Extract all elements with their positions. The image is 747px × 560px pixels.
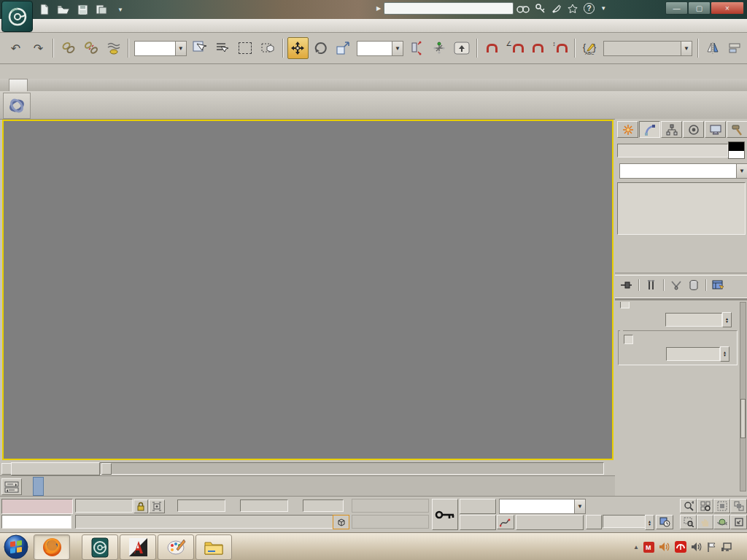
threshold-field[interactable] <box>665 313 722 327</box>
key-mode-toggle[interactable] <box>586 515 602 529</box>
taskbar-firefox-button[interactable] <box>34 534 70 560</box>
communication-center-icon[interactable] <box>551 4 562 13</box>
maximize-viewport-toggle[interactable] <box>730 515 747 529</box>
application-menu-button[interactable] <box>1 1 33 32</box>
mirror-button[interactable] <box>703 37 724 59</box>
subscription-key-icon[interactable] <box>535 4 546 13</box>
rectangular-selection-region-button[interactable] <box>235 37 256 59</box>
tray-action-center-icon[interactable] <box>707 542 716 553</box>
z-coordinate-field[interactable] <box>303 499 344 512</box>
edit-named-selection-sets-button[interactable]: {}ABC <box>579 37 600 59</box>
spinner-control[interactable]: ▲▼ <box>722 312 732 327</box>
layer-field[interactable] <box>617 144 728 158</box>
time-slider-button[interactable] <box>11 462 100 475</box>
select-object-button[interactable] <box>190 37 211 59</box>
start-button[interactable] <box>3 534 29 560</box>
viewport-canvas[interactable] <box>4 121 612 457</box>
open-file-icon[interactable] <box>56 3 71 16</box>
select-and-scale-button[interactable] <box>333 37 354 59</box>
tray-volume-mixer-icon[interactable] <box>659 542 670 552</box>
tray-avira-icon[interactable] <box>675 541 686 553</box>
new-file-icon[interactable] <box>37 3 52 16</box>
help-dropdown-icon[interactable]: ▼ <box>600 5 606 12</box>
configure-modifier-sets-button[interactable] <box>710 278 727 292</box>
key-filter-scope-dropdown[interactable]: ▼ <box>499 499 586 514</box>
save-file-icon[interactable] <box>75 3 90 16</box>
viewport-top[interactable] <box>2 120 614 460</box>
tray-network-icon[interactable] <box>721 542 733 553</box>
snaps-toggle[interactable] <box>481 37 503 59</box>
previous-frame-arrow[interactable] <box>1 463 12 475</box>
scrollbar-thumb[interactable] <box>740 399 746 438</box>
tray-speaker-icon[interactable] <box>691 542 703 552</box>
taskbar-paint-button[interactable] <box>158 534 194 560</box>
favorites-star-icon[interactable] <box>568 4 578 13</box>
show-end-result-button[interactable] <box>643 278 660 292</box>
bind-to-space-warp-icon[interactable] <box>103 37 124 59</box>
object-color-swatch[interactable] <box>728 141 745 159</box>
angle-snap-toggle[interactable]: ∠ <box>504 37 525 59</box>
selection-lock-toggle[interactable] <box>133 499 148 513</box>
welcome-window-fragment[interactable] <box>1 515 71 529</box>
dropdown-arrow-icon[interactable]: ▼ <box>736 164 747 178</box>
search-binoculars-icon[interactable] <box>516 4 530 13</box>
maximize-button[interactable]: ▢ <box>688 1 711 15</box>
polygon-modeling-panel-icon[interactable] <box>3 93 31 119</box>
tab-modify[interactable] <box>639 121 660 138</box>
zoom-all-button[interactable] <box>697 499 713 513</box>
connect-checkbox[interactable] <box>620 302 630 308</box>
percent-snap-toggle[interactable] <box>527 37 548 59</box>
select-by-name-button[interactable] <box>212 37 233 59</box>
current-frame-field[interactable] <box>603 515 648 528</box>
isolate-selection-toggle[interactable] <box>333 515 349 529</box>
zoom-extents-all-button[interactable] <box>730 499 747 513</box>
dropdown-arrow-icon[interactable]: ▼ <box>392 42 403 55</box>
tab-utilities[interactable] <box>727 121 747 138</box>
help-icon[interactable]: ? <box>584 3 595 14</box>
modifier-list-dropdown[interactable]: ▼ <box>619 163 747 179</box>
remove-modifier-button[interactable] <box>685 278 703 292</box>
absolute-offset-toggle[interactable] <box>149 499 165 513</box>
automatic-welding-checkbox[interactable] <box>624 335 633 344</box>
quick-access-dropdown-icon[interactable]: ▼ <box>113 3 128 16</box>
frame-spinner[interactable]: ▲▼ <box>645 515 654 530</box>
spinner-snap-toggle[interactable]: ↕ <box>549 37 570 59</box>
auto-key-button[interactable] <box>460 499 496 514</box>
search-input[interactable] <box>384 2 514 15</box>
spinner-control[interactable]: ▲▼ <box>720 346 729 362</box>
tab-hierarchy[interactable] <box>661 121 682 138</box>
set-keys-button[interactable] <box>432 499 458 530</box>
close-button[interactable]: × <box>711 1 744 15</box>
dropdown-arrow-icon[interactable]: ▼ <box>175 42 186 55</box>
taskbar-explorer-button[interactable] <box>196 534 232 560</box>
window-crossing-toggle[interactable] <box>258 37 279 59</box>
dropdown-arrow-icon[interactable]: ▼ <box>681 42 692 55</box>
make-unique-button[interactable] <box>667 278 685 292</box>
select-and-manipulate-button[interactable] <box>429 37 450 59</box>
tray-adobe-icon[interactable]: M <box>643 542 654 553</box>
key-filters-button[interactable] <box>516 515 584 530</box>
time-configuration-button[interactable] <box>656 515 673 529</box>
time-marker[interactable] <box>33 477 44 496</box>
tab-display[interactable] <box>705 121 726 138</box>
x-coordinate-field[interactable] <box>177 499 225 512</box>
select-and-rotate-button[interactable] <box>310 37 331 59</box>
taskbar-3dsmax-button[interactable] <box>82 534 118 560</box>
region-zoom-button[interactable] <box>680 515 697 529</box>
default-in-out-tangents-button[interactable] <box>497 515 514 529</box>
pin-stack-button[interactable] <box>618 278 635 292</box>
selection-filter-dropdown[interactable]: ▼ <box>134 41 187 56</box>
unlink-selection-icon[interactable] <box>80 37 101 59</box>
track-bar[interactable] <box>0 475 615 497</box>
minimize-button[interactable]: — <box>665 1 688 15</box>
zoom-extents-button[interactable] <box>713 499 730 513</box>
keyboard-shortcut-override-toggle[interactable] <box>452 37 473 59</box>
mini-curve-editor-button[interactable] <box>1 478 22 495</box>
dropdown-arrow-icon[interactable]: ▼ <box>574 499 585 513</box>
y-coordinate-field[interactable] <box>240 499 288 512</box>
rollout-scrollbar[interactable] <box>740 302 746 491</box>
infocenter-arrow-icon[interactable]: ▶ <box>376 5 381 12</box>
tab-polygon-modeling[interactable] <box>9 79 28 91</box>
select-and-move-button[interactable] <box>287 37 309 59</box>
weld-threshold-field[interactable] <box>666 347 720 361</box>
